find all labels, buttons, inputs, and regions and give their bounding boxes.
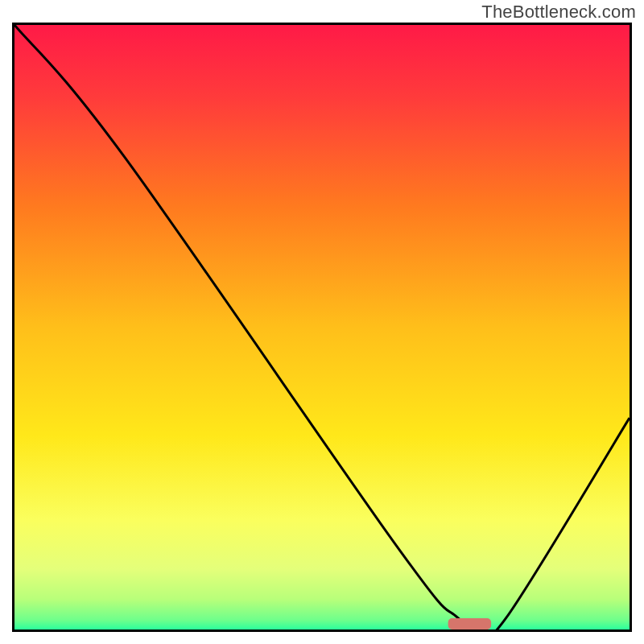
optimal-marker xyxy=(448,618,491,630)
bottleneck-chart xyxy=(14,25,630,630)
gradient-background xyxy=(14,25,630,630)
plot-frame xyxy=(12,23,632,632)
watermark-text: TheBottleneck.com xyxy=(481,2,636,23)
chart-container: TheBottleneck.com xyxy=(0,0,644,644)
